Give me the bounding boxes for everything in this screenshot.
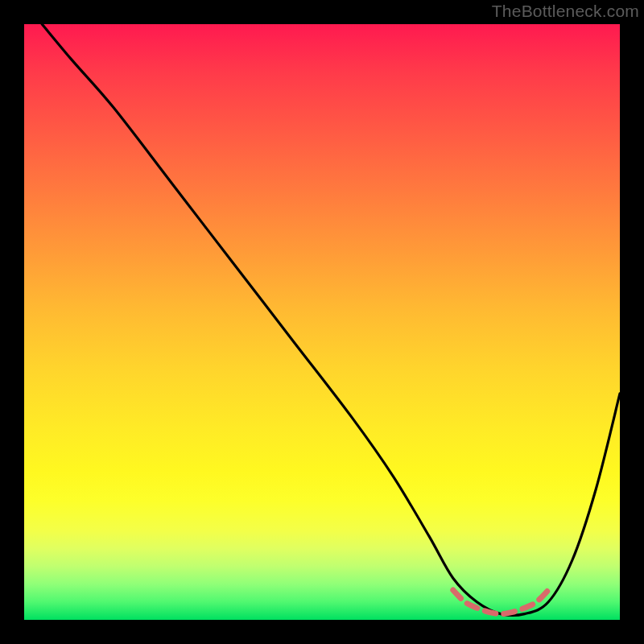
watermark-text: TheBottleneck.com: [492, 2, 639, 21]
chart-frame: TheBottleneck.com: [0, 0, 644, 644]
chart-svg: [24, 24, 620, 620]
bottleneck-curve-path: [42, 24, 620, 615]
plot-area: [24, 24, 620, 620]
